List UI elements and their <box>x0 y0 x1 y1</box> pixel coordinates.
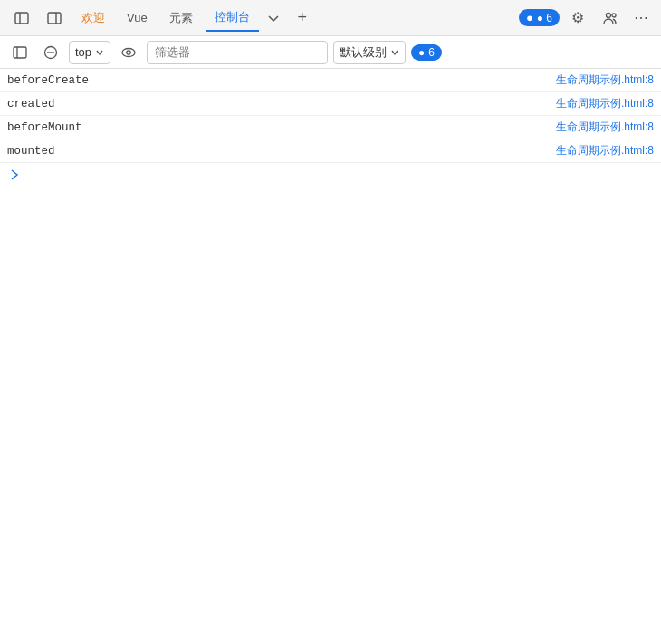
panel-left-icon[interactable] <box>7 5 36 32</box>
tab-elements[interactable]: 元素 <box>160 5 202 32</box>
console-log-area: beforeCreate 生命周期示例.html:8 created 生命周期示… <box>0 69 661 644</box>
settings-icon[interactable]: ⚙ <box>563 5 592 32</box>
table-row: created 生命周期示例.html:8 <box>0 92 661 116</box>
log-source-link[interactable]: 生命周期示例.html:8 <box>556 120 654 135</box>
svg-point-10 <box>122 48 135 56</box>
panel-right-icon[interactable] <box>40 5 69 32</box>
svg-point-5 <box>612 14 616 17</box>
svg-point-4 <box>607 13 611 17</box>
more-tabs-icon[interactable] <box>263 5 284 32</box>
log-message: beforeCreate <box>7 74 556 87</box>
table-row: mounted 生命周期示例.html:8 <box>0 139 661 163</box>
add-tab-button[interactable]: + <box>288 5 317 32</box>
svg-rect-6 <box>14 47 26 58</box>
tab-vue[interactable]: Vue <box>118 5 157 32</box>
tab-welcome[interactable]: 欢迎 <box>72 5 114 32</box>
tab-console[interactable]: 控制台 <box>206 5 259 32</box>
error-count-badge[interactable]: ● 6 <box>411 44 442 61</box>
people-icon[interactable] <box>596 5 625 32</box>
log-message: mounted <box>7 145 556 158</box>
overflow-menu-icon[interactable]: ⋯ <box>628 5 654 31</box>
log-message: beforeMount <box>7 121 556 134</box>
log-source-link[interactable]: 生命周期示例.html:8 <box>556 96 654 111</box>
table-row: beforeMount 生命周期示例.html:8 <box>0 116 661 139</box>
inspect-icon[interactable] <box>116 40 141 65</box>
log-message: created <box>7 98 556 111</box>
log-level-selector[interactable]: 默认级别 <box>333 41 406 64</box>
log-source-link[interactable]: 生命周期示例.html:8 <box>556 72 654 88</box>
svg-point-11 <box>127 50 130 53</box>
filter-input[interactable] <box>147 41 328 64</box>
svg-rect-2 <box>48 13 61 24</box>
svg-rect-0 <box>15 13 28 24</box>
console-expander-row[interactable] <box>0 163 661 187</box>
console-toolbar: top 默认级别 ● 6 <box>0 36 661 69</box>
expand-chevron-icon[interactable] <box>7 168 22 182</box>
sidebar-toggle-icon[interactable] <box>7 40 33 65</box>
messages-badge[interactable]: ● ● 6 <box>519 9 560 26</box>
context-selector[interactable]: top <box>69 41 110 64</box>
log-source-link[interactable]: 生命周期示例.html:8 <box>556 143 654 159</box>
top-nav-bar: 欢迎 Vue 元素 控制台 + ● ● 6 ⚙ <box>0 0 661 36</box>
clear-console-button[interactable] <box>38 40 63 65</box>
table-row: beforeCreate 生命周期示例.html:8 <box>0 69 661 92</box>
